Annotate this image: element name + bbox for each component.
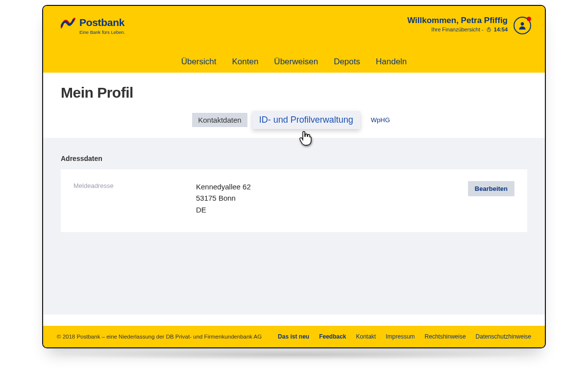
session-time: 14:54 [494, 26, 508, 32]
tab-kontaktdaten[interactable]: Kontaktdaten [192, 113, 247, 127]
address-field-label: Meldeadresse [74, 181, 176, 189]
address-line1: Kennedyallee 62 [196, 181, 436, 192]
postbank-logo-icon [61, 17, 75, 28]
profile-subtabs: Kontaktdaten ID- und Profilverwaltung Wp… [61, 111, 527, 129]
address-line2: 53175 Bonn [196, 192, 436, 204]
main-nav: Übersicht Konten Überweisen Depots Hande… [43, 57, 545, 67]
person-icon [517, 21, 527, 30]
brand-name: Postbank [79, 17, 124, 28]
footer-link-impressum[interactable]: Impressum [386, 333, 415, 340]
clock-icon [486, 27, 491, 33]
user-avatar[interactable] [514, 17, 531, 34]
footer-link-rechtshinweise[interactable]: Rechtshinweise [425, 333, 466, 340]
welcome-greeting: Willkommen, Petra Pfiffig [407, 16, 508, 26]
address-line3: DE [196, 204, 436, 215]
content-header: Mein Profil Kontaktdaten ID- und Profilv… [43, 73, 545, 138]
welcome-block: Willkommen, Petra Pfiffig Ihre Finanzübe… [407, 16, 531, 34]
svg-point-1 [521, 22, 524, 26]
edit-button[interactable]: Bearbeiten [468, 181, 514, 196]
address-card: Meldeadresse Kennedyallee 62 53175 Bonn … [61, 169, 527, 232]
content-body: Adressdaten Meldeadresse Kennedyallee 62… [43, 138, 545, 315]
brand-tagline: Eine Bank fürs Leben. [79, 29, 125, 35]
nav-depots[interactable]: Depots [334, 57, 360, 67]
brand-logo[interactable]: Postbank [61, 17, 124, 28]
footer: © 2018 Postbank – eine Niederlassung der… [43, 326, 545, 347]
nav-konten[interactable]: Konten [232, 57, 258, 67]
header: Postbank Eine Bank fürs Leben. Willkomme… [43, 6, 545, 73]
page-title: Mein Profil [61, 84, 527, 101]
footer-link-feedback[interactable]: Feedback [319, 333, 346, 340]
welcome-subline-prefix: Ihre Finanzübersicht - [431, 26, 485, 32]
address-value: Kennedyallee 62 53175 Bonn DE [196, 181, 436, 215]
section-heading: Adressdaten [61, 155, 527, 162]
footer-copyright: © 2018 Postbank – eine Niederlassung der… [57, 334, 262, 340]
footer-link-neu[interactable]: Das ist neu [278, 333, 309, 340]
tab-wphg[interactable]: WpHG [365, 113, 396, 127]
footer-link-datenschutz[interactable]: Datenschutzhinweise [476, 333, 531, 340]
tab-id-profilverwaltung[interactable]: ID- und Profilverwaltung [252, 111, 360, 129]
app-window: Postbank Eine Bank fürs Leben. Willkomme… [42, 5, 546, 348]
nav-handeln[interactable]: Handeln [376, 57, 407, 67]
nav-ueberweisen[interactable]: Überweisen [274, 57, 318, 67]
nav-uebersicht[interactable]: Übersicht [181, 57, 217, 67]
welcome-subline: Ihre Finanzübersicht - 14:54 [407, 26, 508, 33]
footer-link-kontakt[interactable]: Kontakt [356, 333, 376, 340]
